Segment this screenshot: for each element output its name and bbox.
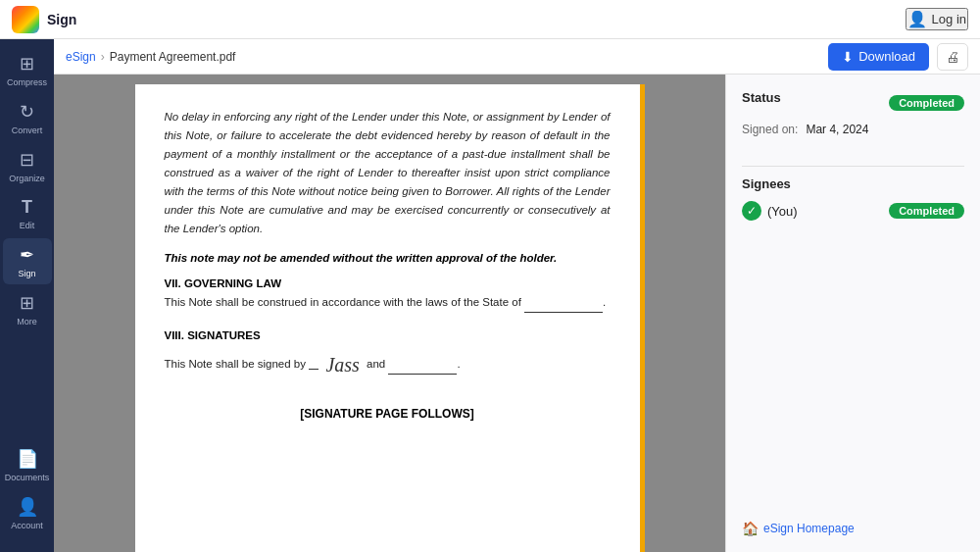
status-section: Status Completed Signed on: Mar 4, 2024 — [742, 90, 964, 136]
content-area: eSign › Payment Agreement.pdf ⬇ Download… — [54, 39, 980, 552]
signee-left: ✓ (You) — [742, 201, 798, 221]
main-area: ⊞ Compress ↻ Convert ⊟ Organize T Edit ✒… — [0, 39, 980, 552]
status-row: Status Completed — [742, 90, 964, 115]
pdf-page: No delay in enforcing any right of the L… — [135, 84, 645, 552]
account-label: Account — [11, 521, 43, 530]
convert-icon: ↻ — [20, 101, 34, 123]
edit-icon: T — [22, 197, 32, 218]
documents-icon: 📄 — [17, 448, 38, 470]
right-panel: Status Completed Signed on: Mar 4, 2024 … — [725, 75, 980, 552]
sidebar-item-convert[interactable]: ↻ Convert — [3, 95, 52, 141]
breadcrumb-filename: Payment Agreement.pdf — [110, 50, 236, 64]
pdf-paragraph1: No delay in enforcing any right of the L… — [165, 108, 611, 238]
pdf-view[interactable]: No delay in enforcing any right of the L… — [54, 75, 725, 552]
status-title: Status — [742, 90, 781, 105]
print-button[interactable]: 🖨 — [937, 43, 968, 71]
compress-label: Compress — [7, 77, 47, 87]
blank-line-after-sig — [388, 355, 457, 375]
compress-icon: ⊞ — [20, 53, 34, 75]
edit-label: Edit — [20, 221, 35, 230]
download-label: Download — [858, 49, 915, 64]
login-button[interactable]: 👤 Log in — [906, 8, 968, 30]
organize-label: Organize — [9, 174, 45, 183]
blank-line-before-sig — [309, 369, 318, 370]
signees-title: Signees — [742, 176, 964, 191]
esign-homepage-link[interactable]: 🏠 eSign Homepage — [742, 521, 964, 536]
sidebar-item-documents[interactable]: 📄 Documents — [3, 442, 52, 488]
account-icon: 👤 — [17, 496, 38, 518]
divider — [742, 166, 964, 167]
sig-page-follows: [SIGNATURE PAGE FOLLOWS] — [165, 407, 611, 421]
sidebar-item-sign[interactable]: ✒ Sign — [3, 238, 52, 284]
print-icon: 🖨 — [946, 49, 959, 65]
pdf-section8-title: VIII. SIGNATURES — [165, 329, 611, 341]
pdf-section8-text: This Note shall be signed by Jass and . — [165, 345, 611, 377]
app-logo — [12, 6, 39, 33]
breadcrumb-separator: › — [101, 50, 105, 64]
signees-section: Signees ✓ (You) Completed — [742, 176, 964, 221]
signed-on-date: Mar 4, 2024 — [806, 123, 868, 136]
breadcrumb-bar: eSign › Payment Agreement.pdf ⬇ Download… — [54, 39, 980, 75]
sidebar-item-account[interactable]: 👤 Account — [3, 490, 52, 536]
signee-badge: Completed — [889, 203, 964, 219]
status-badge: Completed — [889, 95, 964, 111]
breadcrumb: eSign › Payment Agreement.pdf — [66, 50, 235, 64]
breadcrumb-actions: ⬇ Download 🖨 — [828, 43, 968, 71]
sign-label: Sign — [18, 269, 35, 278]
sidebar: ⊞ Compress ↻ Convert ⊟ Organize T Edit ✒… — [0, 39, 54, 552]
signed-on-label: Signed on: — [742, 123, 798, 136]
user-icon: 👤 — [907, 10, 927, 28]
topbar-right: 👤 Log in — [906, 8, 968, 30]
signed-row: Signed on: Mar 4, 2024 — [742, 123, 964, 136]
pdf-section7-title: VII. GOVERNING LAW — [165, 277, 611, 289]
sidebar-item-organize[interactable]: ⊟ Organize — [3, 143, 52, 189]
more-label: More — [17, 317, 37, 326]
documents-label: Documents — [5, 473, 50, 482]
breadcrumb-esign[interactable]: eSign — [66, 50, 96, 64]
blank-line-1 — [524, 293, 603, 313]
login-label: Log in — [932, 12, 966, 26]
download-button[interactable]: ⬇ Download — [828, 43, 929, 71]
topbar-left: Sign — [12, 6, 76, 33]
signee-row: ✓ (You) Completed — [742, 201, 964, 221]
signee-check-icon: ✓ — [742, 201, 761, 221]
app-name: Sign — [47, 12, 76, 27]
more-icon: ⊞ — [20, 292, 34, 314]
pdf-bold-note: This note may not be amended without the… — [165, 252, 611, 264]
home-icon: 🏠 — [742, 521, 759, 536]
sidebar-item-more[interactable]: ⊞ More — [3, 286, 52, 332]
sidebar-item-edit[interactable]: T Edit — [3, 191, 52, 236]
pdf-section7-text: This Note shall be construed in accordan… — [165, 293, 611, 312]
convert-label: Convert — [12, 125, 43, 135]
sidebar-item-compress[interactable]: ⊞ Compress — [3, 47, 52, 93]
signee-name: (You) — [767, 204, 798, 219]
sign-icon: ✒ — [20, 244, 34, 266]
esign-link-label: eSign Homepage — [763, 522, 855, 535]
doc-container: No delay in enforcing any right of the L… — [54, 75, 980, 552]
sidebar-bottom: 📄 Documents 👤 Account — [3, 442, 52, 544]
download-icon: ⬇ — [842, 49, 854, 65]
organize-icon: ⊟ — [20, 149, 34, 171]
signature-cursive: Jass — [325, 349, 359, 381]
topbar: Sign 👤 Log in — [0, 0, 980, 39]
